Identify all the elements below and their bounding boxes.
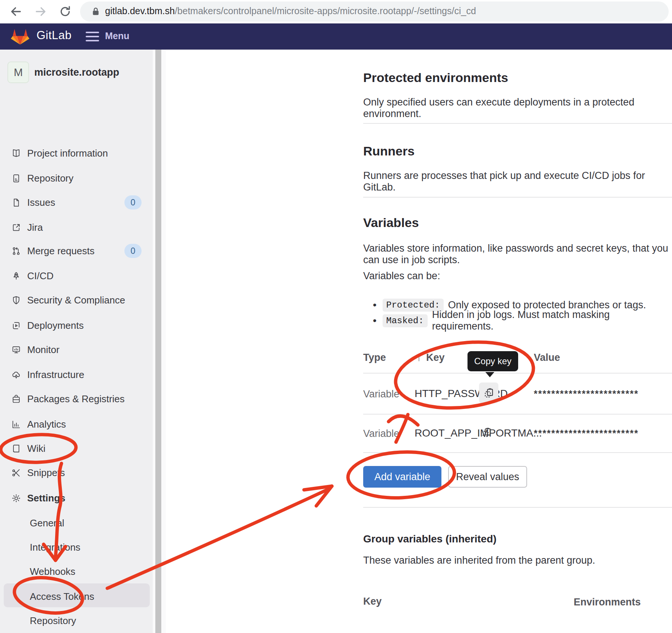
masked-chip: Masked: [383, 314, 428, 327]
group-variables-title: Group variables (inherited) [363, 533, 497, 545]
sidebar-item-label: Deployments [27, 320, 84, 331]
clipboard-copy-icon [483, 387, 495, 399]
menu-button[interactable]: Menu [105, 31, 129, 41]
forward-icon[interactable] [34, 5, 47, 18]
row-type: Variable [363, 388, 399, 400]
sidebar-scrollbar-thumb[interactable] [155, 50, 161, 633]
sidebar-item-packages-registries[interactable]: Packages & Registries [0, 387, 153, 411]
browser-chrome: gitlab.dev.tbm.sh/betmakers/controlpanel… [0, 0, 672, 23]
project-name[interactable]: microsite.rootapp [34, 62, 119, 83]
subitem-label: Repository [30, 615, 76, 627]
sidebar-item-label: Repository [27, 173, 73, 184]
sidebar-item-label: Monitor [27, 344, 60, 356]
sidebar-item-label: Analytics [27, 419, 66, 430]
shield-icon [11, 295, 21, 305]
repository-icon [11, 173, 21, 183]
variables-list-intro: Variables can be: [363, 270, 440, 282]
project-avatar[interactable]: M [7, 62, 29, 83]
gitlab-brand[interactable]: GitLab [37, 29, 72, 42]
bullet-text: Hidden in job logs. Must match masking r… [432, 309, 672, 332]
project-sidebar: M microsite.rootapp Project information … [0, 50, 153, 633]
sidebar-item-label: CI/CD [27, 270, 54, 282]
column-header-type: Type [363, 352, 386, 363]
sidebar-item-label: Issues [27, 197, 55, 208]
subitem-label: General [30, 517, 64, 529]
bullet-dot: • [373, 315, 377, 327]
settings-subitem-general[interactable]: General [0, 514, 153, 532]
sidebar-item-project-information[interactable]: Project information [0, 141, 153, 166]
settings-subitem-webhooks[interactable]: Webhooks [0, 562, 153, 581]
sidebar-item-label: Security & Compliance [27, 295, 125, 306]
runners-description: Runners are processes that pick up and e… [363, 170, 672, 193]
chart-icon [11, 419, 21, 429]
annotation-circle-http-password [392, 335, 537, 415]
variables-description: Variables store information, like passwo… [363, 243, 672, 266]
sort-arrow-icon[interactable]: ↑ [416, 352, 422, 363]
sidebar-item-analytics[interactable]: Analytics [0, 412, 153, 437]
sidebar-item-cicd[interactable]: CI/CD [0, 264, 153, 288]
bullet-dot: • [373, 299, 377, 311]
sidebar-item-settings[interactable]: Settings [0, 486, 153, 510]
sidebar-item-label: Project information [27, 148, 108, 159]
section-divider [363, 507, 672, 508]
column-header-key[interactable]: Key [426, 352, 445, 363]
back-icon[interactable] [10, 5, 22, 18]
copy-key-button[interactable] [479, 382, 498, 403]
table-divider [363, 414, 672, 415]
sidebar-item-issues[interactable]: Issues 0 [0, 190, 153, 215]
table-divider [363, 373, 672, 374]
sidebar-scrollbar-track [153, 50, 166, 633]
rocket-icon [11, 271, 21, 281]
sidebar-item-repository[interactable]: Repository [0, 166, 153, 190]
column-header-value: Value [534, 352, 560, 363]
deployments-icon [11, 321, 21, 331]
cloud-gear-icon [11, 370, 21, 380]
clipboard-copy-icon [481, 427, 492, 438]
sidebar-item-security-compliance[interactable]: Security & Compliance [0, 288, 153, 312]
runners-title: Runners [363, 144, 415, 158]
sidebar-item-label: Jira [27, 222, 43, 233]
table-divider [363, 452, 672, 453]
merge-requests-count-badge: 0 [124, 244, 142, 258]
sidebar-item-merge-requests[interactable]: Merge requests 0 [0, 239, 153, 263]
merge-request-icon [11, 246, 21, 256]
external-link-icon [11, 223, 21, 233]
section-divider [363, 123, 672, 124]
row-value-masked: ************************ [534, 388, 672, 399]
sidebar-item-wiki[interactable]: Wiki [0, 436, 153, 461]
sidebar-item-deployments[interactable]: Deployments [0, 313, 153, 338]
url-text[interactable]: gitlab.dev.tbm.sh/betmakers/controlpanel… [105, 6, 476, 16]
column-header-key: Key [363, 596, 382, 607]
gitlab-logo-icon[interactable] [10, 26, 30, 45]
column-header-environments: Environments [574, 596, 641, 608]
reload-icon[interactable] [59, 5, 72, 18]
sidebar-item-label: Merge requests [27, 245, 95, 257]
gear-icon [11, 493, 21, 503]
sidebar-item-monitor[interactable]: Monitor [0, 337, 153, 362]
monitor-icon [11, 345, 21, 355]
sidebar-item-jira[interactable]: Jira [0, 215, 153, 240]
package-icon [11, 394, 21, 404]
settings-subitem-integrations[interactable]: Integrations [0, 538, 153, 557]
subitem-label: Integrations [30, 542, 80, 553]
settings-subitem-repository[interactable]: Repository [0, 611, 153, 630]
issues-count-badge: 0 [124, 195, 142, 210]
row-type: Variable [363, 428, 399, 440]
url-host: gitlab.dev.tbm.sh [105, 6, 175, 16]
sidebar-item-infrastructure[interactable]: Infrastructure [0, 362, 153, 387]
variables-title: Variables [363, 215, 419, 230]
group-variables-description: These variables are inherited from the p… [363, 555, 595, 566]
protected-environments-description: Only specified users can execute deploym… [363, 97, 672, 120]
protected-environments-title: Protected environments [363, 70, 508, 85]
add-variable-button[interactable]: Add variable [363, 466, 441, 488]
tooltip-arrow [485, 372, 494, 377]
copy-key-tooltip: Copy key [467, 351, 518, 371]
menu-hamburger-icon[interactable] [86, 32, 99, 41]
reveal-values-button[interactable]: Reveal values [448, 466, 527, 488]
lock-icon [91, 6, 101, 17]
book-icon [11, 444, 21, 454]
row-value-masked: ************************ [534, 428, 672, 439]
sidebar-item-label: Wiki [27, 443, 45, 454]
url-path: /betmakers/controlpanel/microsite-apps/m… [175, 6, 476, 16]
copy-key-button[interactable] [477, 422, 496, 443]
